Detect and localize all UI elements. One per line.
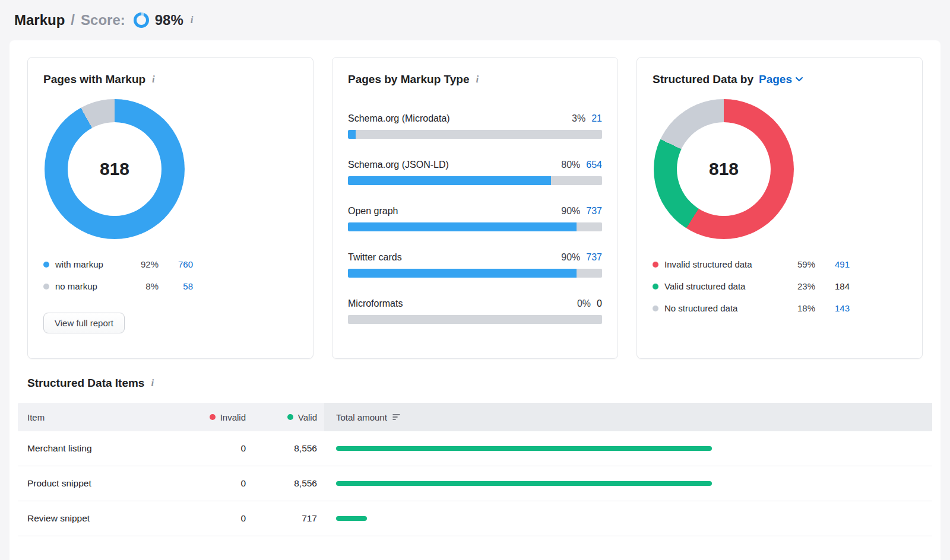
progress-bar-fill xyxy=(348,176,551,185)
legend-value: 184 xyxy=(815,281,850,291)
score-label: Score: xyxy=(81,12,125,28)
valid-dot-icon xyxy=(287,414,293,420)
donut-total-value: 818 xyxy=(709,159,739,179)
pages-with-markup-donut-chart: 818 xyxy=(45,99,185,239)
progress-bar-fill xyxy=(348,130,356,139)
invalid-count: 0 xyxy=(191,443,246,454)
markup-type-row: Twitter cards 90% 737 xyxy=(348,252,602,278)
pages-selector-label: Pages xyxy=(759,73,792,86)
score-gauge-icon xyxy=(134,12,149,28)
valid-count: 8,556 xyxy=(246,478,317,489)
card-title: Structured Data by xyxy=(653,73,753,86)
legend-percent: 59% xyxy=(781,259,815,269)
score-value: 98% xyxy=(155,12,183,28)
structured-data-donut-chart: 818 xyxy=(654,99,794,239)
legend-label: no markup xyxy=(55,281,126,291)
markup-type-label: Twitter cards xyxy=(348,252,402,263)
markup-type-count-link[interactable]: 654 xyxy=(586,160,602,170)
markup-type-count-link[interactable]: 737 xyxy=(586,252,602,263)
markup-type-percent: 80% xyxy=(561,160,580,170)
markup-type-row: Schema.org (Microdata) 3% 21 xyxy=(348,113,602,139)
markup-type-label: Schema.org (Microdata) xyxy=(348,113,450,124)
invalid-count: 0 xyxy=(191,513,246,524)
valid-count: 717 xyxy=(246,513,317,524)
markup-type-count-link[interactable]: 21 xyxy=(591,113,602,124)
structured-data-by-card: Structured Data by Pages 818 Invalid str… xyxy=(636,57,923,359)
valid-count: 8,556 xyxy=(246,443,317,454)
info-icon[interactable]: i xyxy=(151,74,156,85)
markup-type-list: Schema.org (Microdata) 3% 21 Schema.org … xyxy=(348,113,602,324)
legend-percent: 8% xyxy=(126,281,159,291)
main-panel: Pages with Markup i 818 with markup 92% … xyxy=(10,40,940,560)
with-markup-dot-icon xyxy=(43,262,49,268)
view-full-report-button[interactable]: View full report xyxy=(43,313,125,333)
table-row: Product snippet 0 8,556 xyxy=(18,466,932,501)
sort-icon xyxy=(392,413,401,421)
pages-with-markup-card: Pages with Markup i 818 with markup 92% … xyxy=(27,57,314,359)
no-markup-dot-icon xyxy=(43,284,49,289)
column-header-total-amount[interactable]: Total amount xyxy=(324,403,932,431)
cards-row: Pages with Markup i 818 with markup 92% … xyxy=(10,57,940,359)
valid-dot-icon xyxy=(653,284,658,289)
legend-value-link[interactable]: 58 xyxy=(159,281,193,291)
markup-type-row: Microformats 0% 0 xyxy=(348,298,602,324)
card-title: Pages by Markup Type xyxy=(348,73,470,86)
table-header-row: Item Invalid Valid Total amount xyxy=(18,403,932,431)
markup-type-row: Schema.org (JSON-LD) 80% 654 xyxy=(348,160,602,185)
invalid-dot-icon xyxy=(653,262,658,268)
no-structured-data-dot-icon xyxy=(653,306,658,311)
item-name: Product snippet xyxy=(18,478,191,489)
invalid-count: 0 xyxy=(191,478,246,489)
column-header-invalid: Invalid xyxy=(191,403,246,431)
total-amount-bar xyxy=(336,481,712,486)
legend: Invalid structured data 59% 491 Valid st… xyxy=(653,253,850,319)
progress-bar-track xyxy=(348,222,602,231)
markup-type-percent: 0% xyxy=(577,298,591,309)
column-header-valid-label: Valid xyxy=(298,412,317,422)
markup-type-label: Schema.org (JSON-LD) xyxy=(348,160,449,170)
column-header-total-label: Total amount xyxy=(336,412,387,422)
legend-percent: 23% xyxy=(781,281,815,291)
progress-bar-track xyxy=(348,315,602,324)
markup-type-percent: 90% xyxy=(561,206,580,217)
legend-item: with markup 92% 760 xyxy=(43,253,193,275)
info-icon[interactable]: i xyxy=(150,377,155,389)
markup-type-count: 0 xyxy=(597,298,602,309)
info-icon[interactable]: i xyxy=(475,74,480,85)
column-header-item: Item xyxy=(18,403,191,431)
donut-total-value: 818 xyxy=(100,159,129,179)
item-name: Merchant listing xyxy=(18,443,191,454)
progress-bar-track xyxy=(348,269,602,278)
page-title: Markup xyxy=(14,12,65,28)
markup-type-row: Open graph 90% 737 xyxy=(348,206,602,231)
progress-bar-fill xyxy=(348,269,577,278)
legend-label: with markup xyxy=(55,259,126,269)
item-name: Review snippet xyxy=(18,513,191,524)
table-row: Review snippet 0 717 xyxy=(18,501,932,536)
legend-label: Valid structured data xyxy=(664,281,781,291)
page-header: Markup / Score: 98% i xyxy=(0,0,950,40)
legend-value-link[interactable]: 491 xyxy=(815,259,850,269)
legend-item: Invalid structured data 59% 491 xyxy=(653,253,850,275)
total-amount-bar xyxy=(336,446,712,451)
section-title: Structured Data Items xyxy=(27,377,144,390)
progress-bar-fill xyxy=(348,222,577,231)
markup-type-percent: 3% xyxy=(572,113,585,124)
markup-type-label: Microformats xyxy=(348,298,403,309)
legend-label: Invalid structured data xyxy=(664,259,781,269)
card-title: Pages with Markup xyxy=(43,73,145,86)
pages-selector-dropdown[interactable]: Pages xyxy=(759,73,803,86)
progress-bar-track xyxy=(348,176,602,185)
markup-type-count-link[interactable]: 737 xyxy=(586,206,602,217)
legend-value-link[interactable]: 760 xyxy=(159,259,193,269)
info-icon[interactable]: i xyxy=(189,14,195,26)
legend-percent: 92% xyxy=(126,259,159,269)
donut-hole: 818 xyxy=(68,122,162,216)
pages-by-markup-type-card: Pages by Markup Type i Schema.org (Micro… xyxy=(332,57,618,359)
chevron-down-icon xyxy=(796,77,803,82)
table-row: Merchant listing 0 8,556 xyxy=(18,431,932,466)
legend-value-link[interactable]: 143 xyxy=(815,303,850,313)
progress-bar-track xyxy=(348,130,602,139)
legend-item: No structured data 18% 143 xyxy=(653,297,850,319)
structured-data-items-table: Item Invalid Valid Total amount Merchant… xyxy=(18,403,932,536)
